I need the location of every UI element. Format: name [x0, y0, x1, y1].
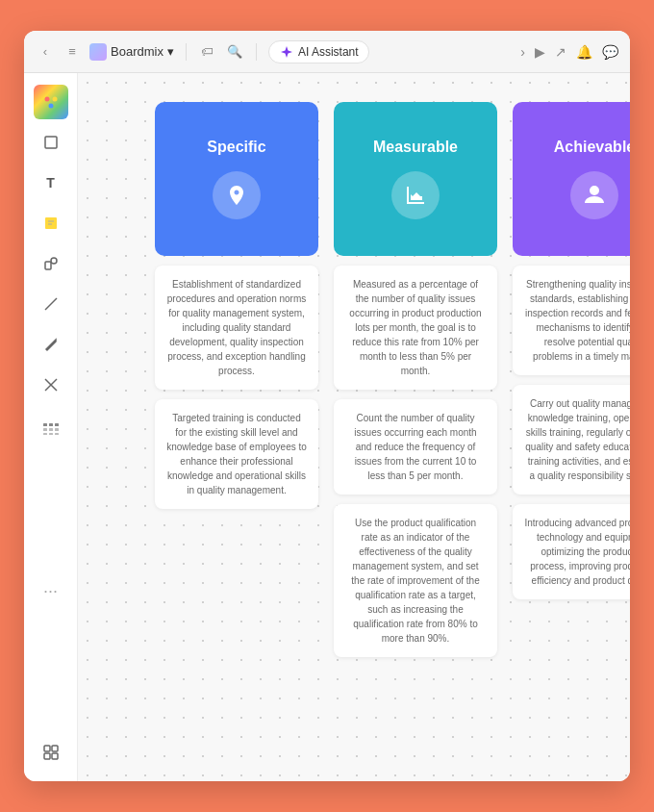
svg-rect-7: [45, 262, 51, 269]
search-button[interactable]: 🔍: [225, 42, 244, 62]
sidebar-item-cross[interactable]: [34, 368, 68, 402]
sidebar-item-sticky[interactable]: [34, 206, 68, 241]
brand-name: Boardmix: [111, 44, 164, 59]
svg-rect-23: [44, 753, 50, 759]
sidebar-item-shapes[interactable]: [34, 246, 68, 281]
svg-rect-18: [43, 433, 47, 435]
board-content: Specific Establishment of standardized p…: [155, 102, 630, 657]
svg-rect-22: [52, 746, 58, 751]
brand-icon: [89, 43, 107, 61]
sidebar-bottom-icon[interactable]: [34, 735, 68, 770]
svg-rect-24: [52, 753, 58, 759]
specific-card-2: Targeted training is conducted for the e…: [155, 399, 318, 509]
separator: [186, 43, 187, 61]
column-icon-measurable: [391, 171, 440, 219]
svg-rect-14: [55, 423, 59, 426]
sidebar-item-table[interactable]: [34, 412, 68, 446]
sidebar-item-frame[interactable]: [34, 125, 68, 160]
svg-rect-19: [49, 433, 53, 435]
svg-rect-15: [43, 428, 47, 431]
play-icon[interactable]: ▶: [535, 44, 545, 60]
achievable-card-2: Carry out quality management knowledge t…: [513, 385, 630, 495]
column-icon-achievable: [570, 171, 618, 219]
achievable-card-3: Introducing advanced production technolo…: [513, 504, 630, 599]
column-header-specific: Specific: [155, 102, 318, 256]
svg-point-1: [52, 97, 57, 102]
main-content: T: [24, 73, 630, 781]
brand-label[interactable]: Boardmix ▾: [89, 43, 174, 61]
svg-rect-12: [43, 423, 47, 426]
menu-button[interactable]: ≡: [63, 42, 82, 62]
measurable-card-2: Count the number of quality issues occur…: [334, 399, 497, 495]
sidebar-item-text[interactable]: T: [34, 165, 68, 200]
column-title-achievable: Achievable: [554, 139, 630, 156]
svg-rect-16: [49, 428, 53, 431]
titlebar-left: ‹ ≡ Boardmix ▾ 🏷 🔍 AI Assistant: [36, 40, 369, 63]
canvas-area[interactable]: Specific Establishment of standardized p…: [78, 73, 630, 781]
svg-point-2: [48, 104, 53, 109]
svg-rect-3: [45, 137, 57, 148]
app-window: ‹ ≡ Boardmix ▾ 🏷 🔍 AI Assistant ›: [24, 31, 630, 781]
svg-rect-4: [45, 217, 57, 229]
sidebar-item-palette[interactable]: [34, 85, 68, 119]
bell-icon[interactable]: 🔔: [576, 44, 592, 60]
column-header-achievable: Achievable: [513, 102, 630, 256]
separator2: [256, 43, 257, 61]
specific-card-1: Establishment of standardized procedures…: [155, 266, 318, 390]
measurable-card-3: Use the product qualification rate as an…: [334, 504, 497, 657]
svg-rect-21: [44, 746, 50, 751]
svg-rect-13: [49, 423, 53, 426]
svg-point-0: [44, 97, 49, 102]
svg-rect-17: [55, 428, 59, 431]
back-button[interactable]: ‹: [36, 42, 55, 62]
measurable-card-1: Measured as a percentage of the number o…: [334, 266, 497, 390]
titlebar-right: › ▶ ↗ 🔔 💬: [520, 44, 618, 60]
svg-point-8: [51, 258, 57, 264]
sidebar-item-pen[interactable]: [34, 327, 68, 362]
column-measurable: Measurable Measured as a percentage of t…: [334, 102, 497, 657]
svg-line-9: [45, 298, 57, 310]
column-header-measurable: Measurable: [334, 102, 497, 256]
column-title-specific: Specific: [207, 139, 265, 156]
column-title-measurable: Measurable: [373, 139, 458, 156]
achievable-card-1: Strengthening quality inspection standar…: [513, 266, 630, 375]
sidebar: T: [24, 73, 78, 781]
sidebar-item-line[interactable]: [34, 287, 68, 321]
chevron-right-icon[interactable]: ›: [520, 44, 525, 60]
chat-icon[interactable]: 💬: [602, 44, 618, 60]
column-specific: Specific Establishment of standardized p…: [155, 102, 318, 657]
ai-assistant-button[interactable]: AI Assistant: [268, 40, 369, 63]
svg-rect-20: [55, 433, 59, 435]
sidebar-more-dots[interactable]: ···: [39, 577, 62, 605]
ai-assistant-label: AI Assistant: [298, 45, 359, 59]
column-icon-specific: [213, 171, 261, 219]
brand-dropdown-icon[interactable]: ▾: [167, 44, 174, 59]
titlebar: ‹ ≡ Boardmix ▾ 🏷 🔍 AI Assistant ›: [24, 31, 630, 73]
tag-button[interactable]: 🏷: [198, 42, 217, 62]
ai-icon: [279, 44, 294, 60]
share-icon[interactable]: ↗: [555, 44, 566, 60]
column-achievable: Achievable Strengthening quality inspect…: [513, 102, 630, 657]
